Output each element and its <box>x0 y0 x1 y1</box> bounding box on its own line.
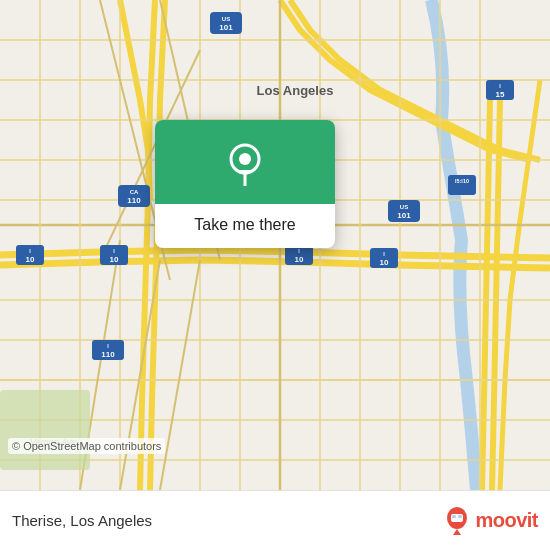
moovit-icon <box>443 507 471 535</box>
moovit-brand-text: moovit <box>475 509 538 532</box>
copyright-text: © OpenStreetMap contributors <box>8 438 165 454</box>
svg-text:US: US <box>222 16 230 22</box>
svg-text:10: 10 <box>110 255 119 264</box>
svg-text:CA: CA <box>130 189 139 195</box>
popup-green-area <box>155 120 335 204</box>
svg-rect-58 <box>0 390 90 470</box>
svg-text:10: 10 <box>26 255 35 264</box>
location-name: Therise, Los Angeles <box>12 512 443 529</box>
svg-text:US: US <box>400 204 408 210</box>
svg-text:101: 101 <box>219 23 233 32</box>
svg-text:I5:I10: I5:I10 <box>455 178 469 184</box>
svg-point-66 <box>459 522 463 526</box>
map-container: US 101 CA 110 I 10 I 10 I 10 I 10 I 110 … <box>0 0 550 490</box>
svg-text:15: 15 <box>496 90 505 99</box>
svg-text:101: 101 <box>397 211 411 220</box>
moovit-logo: moovit <box>443 507 538 535</box>
svg-point-62 <box>239 153 251 165</box>
svg-text:110: 110 <box>101 350 115 359</box>
take-me-there-button[interactable]: Take me there <box>155 204 335 248</box>
svg-rect-67 <box>452 515 456 518</box>
location-pin-icon <box>223 142 267 186</box>
svg-text:10: 10 <box>295 255 304 264</box>
svg-rect-68 <box>458 515 462 518</box>
svg-point-65 <box>451 522 455 526</box>
svg-text:110: 110 <box>127 196 141 205</box>
popup-card: Take me there <box>155 120 335 248</box>
svg-text:Los Angeles: Los Angeles <box>257 83 334 98</box>
bottom-bar: Therise, Los Angeles moovit <box>0 490 550 550</box>
svg-text:10: 10 <box>380 258 389 267</box>
